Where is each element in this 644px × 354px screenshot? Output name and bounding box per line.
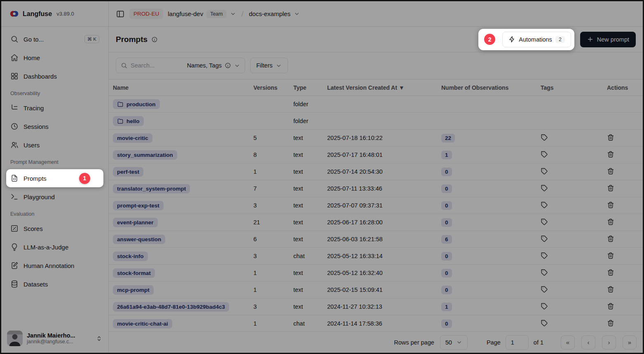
column-header-type[interactable]: Type: [289, 84, 323, 91]
tag-icon[interactable]: [541, 303, 548, 310]
user-menu[interactable]: Jannik Maierho... jannik@langfuse.c...: [1, 326, 108, 353]
prompt-name-badge[interactable]: event-planner: [113, 218, 158, 227]
search-scope-selector[interactable]: Names, Tags: [187, 62, 240, 69]
table-row[interactable]: stock-info3chat2025-05-12 16:33:140: [109, 248, 643, 265]
trash-icon[interactable]: [607, 252, 614, 259]
trash-icon[interactable]: [607, 201, 614, 209]
first-page-button[interactable]: «: [561, 335, 575, 349]
tag-icon[interactable]: [541, 319, 548, 327]
column-header-name[interactable]: Name: [109, 84, 249, 91]
table-row[interactable]: answer-question6text2025-06-03 16:21:586: [109, 231, 643, 248]
tag-icon[interactable]: [541, 134, 548, 141]
sidebar-item-human-annotation[interactable]: Human Annotation: [6, 258, 103, 273]
org-role-badge: Team: [206, 10, 227, 18]
cell-tags: [536, 252, 603, 261]
tag-icon[interactable]: [541, 269, 548, 276]
info-icon[interactable]: [151, 36, 158, 43]
filters-button[interactable]: Filters: [250, 58, 288, 73]
table-row[interactable]: movie-critic-chat-ai1chat2024-11-14 17:5…: [109, 315, 643, 331]
tag-icon[interactable]: [541, 201, 548, 209]
automations-button[interactable]: Automations 2: [502, 32, 571, 47]
sidebar-item-playground[interactable]: Playground: [6, 189, 103, 204]
table-controls: Names, Tags Filters: [109, 52, 643, 79]
project-selector[interactable]: docs-examples: [249, 10, 300, 17]
tag-icon[interactable]: [541, 184, 548, 192]
tag-icon[interactable]: [541, 252, 548, 259]
column-header-created-at[interactable]: Latest Version Created At ▼: [323, 84, 437, 91]
tag-icon[interactable]: [541, 286, 548, 293]
column-header-versions[interactable]: Versions: [249, 84, 289, 91]
sidebar-toggle-icon[interactable]: [116, 9, 125, 19]
last-page-button[interactable]: »: [623, 335, 637, 349]
prompt-name-badge[interactable]: hello: [113, 116, 144, 126]
table-row[interactable]: mcp-prompt1text2025-02-15 15:09:410: [109, 282, 643, 298]
prev-page-button[interactable]: ‹: [581, 335, 595, 349]
tag-icon[interactable]: [541, 218, 548, 226]
sidebar-item-scores[interactable]: Scores: [6, 221, 103, 236]
environment-badge[interactable]: PROD-EU: [129, 9, 163, 19]
cell-created-at: 2025-07-18 16:10:22: [323, 135, 437, 141]
table-row[interactable]: movie-critic5text2025-07-18 16:10:2222: [109, 130, 643, 147]
observations-count-badge: 1: [441, 303, 452, 311]
table-row[interactable]: hellofolder: [109, 113, 643, 130]
sidebar-item-llm-as-a-judge[interactable]: LLM-as-a-Judge: [6, 240, 103, 254]
prompt-name-badge[interactable]: movie-critic-chat-ai: [113, 319, 172, 328]
prompt-name-badge[interactable]: production: [113, 99, 160, 109]
next-page-button[interactable]: ›: [602, 335, 616, 349]
sidebar-item-prompts[interactable]: Prompts1: [6, 169, 103, 187]
cell-created-at: 2025-07-07 09:37:31: [323, 202, 437, 209]
prompt-name-badge[interactable]: answer-question: [113, 235, 165, 244]
automations-label: Automations: [519, 36, 552, 43]
table-row[interactable]: translator_system-prompt7text2025-07-11 …: [109, 180, 643, 197]
prompt-name-badge[interactable]: stock-info: [113, 252, 148, 261]
prompt-name-badge[interactable]: mcp-prompt: [113, 285, 154, 295]
table-row[interactable]: stock-format1text2025-05-12 16:32:400: [109, 265, 643, 282]
trash-icon[interactable]: [607, 168, 614, 175]
table-row[interactable]: story_summarization8text2025-07-17 16:48…: [109, 147, 643, 163]
page-number-input[interactable]: [506, 335, 529, 350]
prompt-name-badge[interactable]: stock-format: [113, 268, 155, 278]
search-input[interactable]: [131, 62, 184, 69]
sidebar-item-sessions[interactable]: Sessions: [6, 119, 103, 134]
column-header-observations[interactable]: Number of Observations: [437, 84, 536, 91]
prompt-name-badge[interactable]: perf-test: [113, 167, 143, 177]
trash-icon[interactable]: [607, 218, 614, 226]
tag-icon[interactable]: [541, 151, 548, 158]
page-header: Prompts 2 Automations 2 New prompt: [109, 27, 643, 52]
trash-icon[interactable]: [607, 269, 614, 276]
table-row[interactable]: 26a61a94-e3ab-48d7-81e0-13b929bad4c33tex…: [109, 298, 643, 315]
prompt-name-badge[interactable]: 26a61a94-e3ab-48d7-81e0-13b929bad4c3: [113, 302, 229, 312]
tag-icon[interactable]: [541, 235, 548, 242]
trash-icon[interactable]: [607, 235, 614, 242]
rows-per-page-select[interactable]: 50: [440, 335, 468, 350]
trash-icon[interactable]: [607, 319, 614, 327]
sidebar-item-users[interactable]: Users: [6, 137, 103, 152]
org-selector[interactable]: langfuse-dev Team: [168, 10, 236, 18]
prompt-name-badge[interactable]: prompt-exp-test: [113, 201, 164, 210]
chevron-down-icon: [456, 339, 462, 345]
cell-type: text: [289, 151, 323, 158]
trash-icon[interactable]: [607, 184, 614, 192]
table-row[interactable]: productionfolder: [109, 96, 643, 113]
new-prompt-button[interactable]: New prompt: [580, 32, 636, 47]
prompt-name-badge[interactable]: story_summarization: [113, 150, 177, 160]
table-row[interactable]: event-planner21text2025-06-17 16:28:000: [109, 214, 643, 231]
sidebar-item-datasets[interactable]: Datasets: [6, 277, 103, 291]
sidebar-item-goto[interactable]: Go to... ⌘ K: [6, 32, 103, 47]
sidebar-item-home[interactable]: Home: [6, 50, 103, 65]
scores-icon: [10, 224, 19, 233]
trash-icon[interactable]: [607, 303, 614, 310]
cell-versions: 7: [249, 185, 289, 192]
table-row[interactable]: prompt-exp-test3text2025-07-07 09:37:310: [109, 197, 643, 214]
cell-type: text: [289, 286, 323, 293]
chevron-down-icon: [234, 63, 240, 69]
table-row[interactable]: perf-test1text2025-07-14 20:54:300: [109, 163, 643, 180]
sidebar-item-tracing[interactable]: Tracing: [6, 100, 103, 115]
trash-icon[interactable]: [607, 286, 614, 293]
sidebar-item-dashboards[interactable]: Dashboards: [6, 69, 103, 84]
trash-icon[interactable]: [607, 134, 614, 141]
tag-icon[interactable]: [541, 168, 548, 175]
prompt-name-badge[interactable]: movie-critic: [113, 133, 152, 143]
trash-icon[interactable]: [607, 151, 614, 158]
prompt-name-badge[interactable]: translator_system-prompt: [113, 184, 190, 193]
